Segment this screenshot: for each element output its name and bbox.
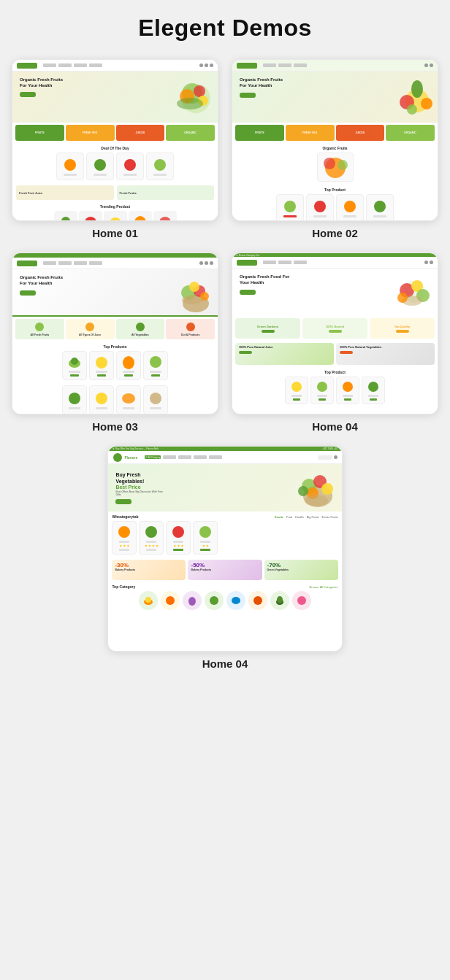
svg-point-44 <box>69 393 80 404</box>
svg-point-73 <box>188 597 196 606</box>
svg-point-20 <box>421 98 432 109</box>
svg-point-76 <box>253 596 262 605</box>
demo-label-home02: Home 02 <box>312 227 358 239</box>
demo-label-home05: Home 04 <box>202 657 248 670</box>
svg-point-11 <box>61 217 70 220</box>
svg-point-54 <box>291 382 302 392</box>
demo-label-home04: Home 04 <box>312 420 358 433</box>
svg-point-66 <box>118 526 130 538</box>
demo-label-home03: Home 03 <box>92 420 138 433</box>
mock-hero-h3: Organic Fresh Fruits For Your Health <box>12 269 218 317</box>
demo-card-home03[interactable]: Organic Fresh Fruits For Your Health <box>12 252 218 414</box>
svg-point-8 <box>124 159 136 171</box>
svg-point-71 <box>145 597 151 603</box>
svg-point-38 <box>186 323 195 331</box>
svg-point-37 <box>136 323 145 331</box>
svg-point-43 <box>150 356 161 368</box>
demo-item-home04: ★ Brower Gategory Yes <box>232 252 438 433</box>
mock-site-home04: ★ Brower Gategory Yes <box>232 253 438 414</box>
svg-point-16 <box>159 217 171 220</box>
demo-item-home05: ★ Buy Offer Text Say Discount — Flavors … <box>107 446 342 670</box>
svg-point-78 <box>277 596 283 603</box>
demo-item-home03: Organic Fresh Fruits For Your Health <box>12 252 218 433</box>
svg-point-5 <box>177 98 203 109</box>
mock-header-h2 <box>232 60 438 72</box>
svg-point-57 <box>368 382 378 392</box>
demo-card-home05[interactable]: ★ Buy Offer Text Say Discount — Flavors … <box>107 446 342 652</box>
svg-point-15 <box>134 216 146 220</box>
mock-site-home05: ★ Buy Offer Text Say Discount — Flavors … <box>108 447 341 651</box>
svg-point-24 <box>338 160 348 170</box>
demo-card-home01[interactable]: Organic Fresh Fruits For Your Health <box>12 59 218 221</box>
mock-hero-h1: Organic Fresh Fruits For Your Health <box>12 72 218 123</box>
svg-point-56 <box>343 382 353 392</box>
mock-hero-h4: Organic Fresh Food For Your Health <box>232 269 438 316</box>
svg-point-6 <box>64 159 76 171</box>
svg-point-9 <box>154 159 166 171</box>
svg-point-42 <box>123 356 134 369</box>
svg-point-28 <box>374 201 386 212</box>
svg-point-67 <box>145 526 157 538</box>
demo-item-home02: Organic Fresh Fruits For Your Health <box>232 59 438 239</box>
svg-point-26 <box>314 201 326 212</box>
svg-point-36 <box>85 323 94 331</box>
mock-header-h4 <box>232 257 438 269</box>
svg-point-72 <box>166 596 175 605</box>
demo-label-home01: Home 01 <box>92 227 138 239</box>
svg-point-79 <box>297 596 306 605</box>
svg-point-41 <box>96 357 107 369</box>
svg-point-21 <box>407 104 417 115</box>
svg-point-47 <box>150 393 161 404</box>
svg-point-64 <box>298 486 308 496</box>
svg-point-40 <box>71 358 78 365</box>
svg-point-69 <box>199 526 211 538</box>
svg-point-7 <box>94 159 106 171</box>
demo-item-home01: Organic Fresh Fruits For Your Health <box>12 59 218 239</box>
mock-hero-h2: Organic Fresh Fruits For Your Health <box>232 72 438 123</box>
svg-point-62 <box>321 483 333 495</box>
svg-point-34 <box>182 296 202 304</box>
svg-point-68 <box>172 526 184 538</box>
mock-logo-h1 <box>17 63 37 69</box>
svg-point-74 <box>210 596 218 605</box>
svg-point-45 <box>96 393 107 404</box>
demo-card-home04[interactable]: ★ Brower Gategory Yes <box>232 252 438 414</box>
mock-site-home03: Organic Fresh Fruits For Your Health <box>12 253 218 414</box>
svg-point-75 <box>232 597 240 604</box>
svg-point-55 <box>317 382 327 392</box>
mock-site-home01: Organic Fresh Fruits For Your Health <box>12 60 218 220</box>
svg-point-65 <box>305 495 328 506</box>
demo-card-home02[interactable]: Organic Fresh Fruits For Your Health <box>232 59 438 221</box>
svg-point-25 <box>284 201 296 212</box>
demos-grid: Organic Fresh Fruits For Your Health <box>12 59 438 670</box>
svg-point-27 <box>344 201 356 212</box>
mock-nav-h1 <box>43 63 102 67</box>
svg-point-23 <box>324 158 335 169</box>
mock-header-h3 <box>12 258 218 269</box>
mock-header-h1 <box>12 60 218 72</box>
svg-point-14 <box>110 217 121 220</box>
svg-point-35 <box>35 323 44 331</box>
mock-site-home02: Organic Fresh Fruits For Your Health <box>232 60 438 220</box>
svg-point-46 <box>122 393 135 404</box>
page-title: Elegent Demos <box>138 15 312 42</box>
svg-point-58 <box>113 453 122 462</box>
